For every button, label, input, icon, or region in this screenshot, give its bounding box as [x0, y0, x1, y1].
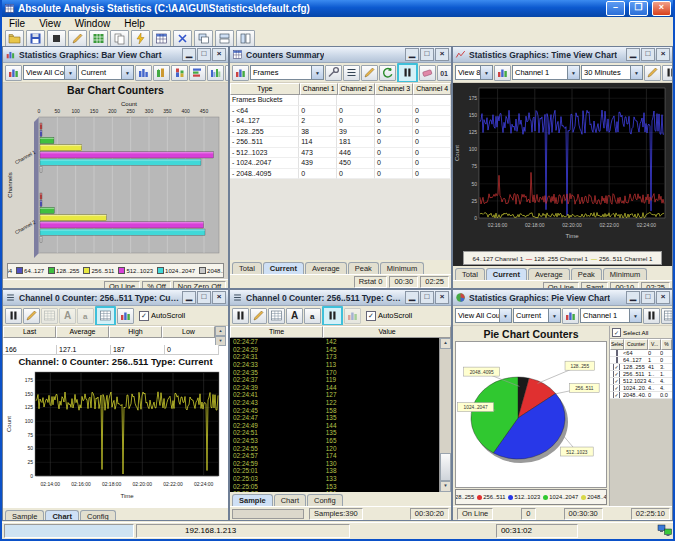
maximize-button[interactable]: □ — [641, 291, 655, 304]
pie-table-row[interactable]: ✓256..5111..1. — [610, 371, 672, 378]
column-header-time[interactable]: Time — [230, 326, 323, 338]
tile-vertical-button[interactable] — [236, 30, 255, 47]
row-checkbox[interactable]: ✓ — [610, 378, 623, 384]
tools-button[interactable] — [325, 65, 342, 81]
column-header-channel-2[interactable]: Channel 2 — [338, 83, 376, 95]
checkbox-checked-icon[interactable]: ✓ — [612, 328, 621, 337]
scroll-track[interactable] — [440, 349, 451, 481]
pencil-button[interactable] — [644, 65, 661, 81]
sample-row[interactable]: 02:24:31173 — [230, 353, 451, 361]
summary-table-row[interactable]: - 128..255383900 — [230, 127, 451, 138]
pause-button[interactable] — [5, 308, 22, 324]
checkbox-checked-icon[interactable]: ✓ — [613, 364, 619, 370]
tab-peak[interactable]: Peak — [348, 262, 379, 274]
close-button[interactable]: × — [656, 291, 670, 304]
stats-scrollbar[interactable]: ▲▼ — [215, 326, 226, 345]
bar-grouped-button[interactable] — [207, 65, 224, 81]
column-header-channel-4[interactable]: Channel 4 — [413, 83, 451, 95]
sample-row[interactable]: 02:24:45158 — [230, 406, 451, 414]
row-checkbox[interactable] — [610, 350, 623, 356]
copy-button[interactable] — [110, 30, 129, 47]
pie-table-row[interactable]: ✓1024..20.4..4. — [610, 385, 672, 392]
app-titlebar[interactable]: Absolute Analysis Statistics (C:\AA\GUI\… — [2, 0, 673, 17]
close-button[interactable]: × — [652, 1, 671, 16]
bar-3d-button[interactable] — [153, 65, 170, 81]
chevron-down-icon[interactable]: ▼ — [630, 66, 642, 79]
grid-button[interactable] — [661, 308, 672, 324]
menu-help[interactable]: Help — [117, 17, 152, 30]
bar-vertical-button[interactable] — [135, 65, 152, 81]
green-grid-button[interactable] — [89, 30, 108, 47]
sample-row[interactable]: 02:25:03133 — [230, 475, 451, 483]
pencil-button[interactable] — [361, 65, 378, 81]
pie-table-row[interactable]: ✓512.10234..4. — [610, 378, 672, 385]
save-button[interactable] — [26, 30, 45, 47]
pause-button[interactable] — [643, 308, 660, 324]
sample-row[interactable]: 02:24:29145 — [230, 346, 451, 354]
autoscroll-checkbox[interactable]: ✓AutoScroll — [139, 311, 185, 321]
autoscroll-checkbox[interactable]: ✓AutoScroll — [366, 311, 412, 321]
sample-row[interactable]: 02:24:43122 — [230, 399, 451, 407]
checkbox-checked-icon[interactable]: ✓ — [366, 311, 376, 321]
pie-window-titlebar[interactable]: Statistics Graphics: Pie View Chart ▁□× — [453, 290, 672, 306]
tab-config[interactable]: Config — [80, 510, 116, 521]
chevron-down-icon[interactable]: ▼ — [311, 66, 323, 79]
minimize-button[interactable]: ▁ — [182, 291, 196, 304]
tab-current[interactable]: Current — [263, 262, 304, 274]
view-all-cou-combobox[interactable]: View All Cou...▼ — [23, 65, 77, 80]
chevron-down-icon[interactable]: ▼ — [548, 309, 560, 322]
font-up-button[interactable]: A — [59, 308, 76, 324]
view-all-coun-combobox[interactable]: View All Coun...▼ — [455, 308, 512, 323]
row-checkbox[interactable]: ✓ — [610, 385, 623, 391]
tile-horizontal-button[interactable] — [215, 30, 234, 47]
bar-area-button[interactable] — [225, 65, 228, 81]
pencil-button[interactable] — [68, 30, 87, 47]
scroll-thumb[interactable] — [440, 453, 451, 481]
cascade-button[interactable] — [194, 30, 213, 47]
tab-peak[interactable]: Peak — [571, 268, 602, 280]
blue-table-button[interactable] — [152, 30, 171, 47]
font-down-button[interactable]: a — [77, 308, 94, 324]
pause-button[interactable] — [322, 306, 343, 326]
checkbox-checked-icon[interactable]: ✓ — [613, 392, 619, 398]
maximize-button[interactable]: □ — [641, 48, 655, 61]
sample-row[interactable]: 02:24:51135 — [230, 429, 451, 437]
maximize-button[interactable]: □ — [197, 48, 211, 61]
bar-chart-button[interactable] — [117, 308, 134, 324]
sample-row[interactable]: 02:24:27142 — [230, 338, 451, 346]
minimize-button[interactable]: ▁ — [405, 48, 419, 61]
close-button[interactable]: × — [212, 291, 226, 304]
summary-table-row[interactable]: - <640000 — [230, 106, 451, 117]
view-8-combobox[interactable]: View 8▼ — [455, 65, 493, 80]
chevron-down-icon[interactable]: ▼ — [567, 66, 579, 79]
font-down-button[interactable]: a — [304, 308, 321, 324]
stop-button[interactable] — [47, 30, 66, 47]
minimize-button[interactable]: ▁ — [626, 291, 640, 304]
minimize-button[interactable]: ▁ — [626, 48, 640, 61]
chevron-down-icon[interactable]: ▼ — [121, 66, 133, 79]
tab-sample[interactable]: Sample — [232, 494, 273, 506]
column-header-[interactable]: % — [661, 339, 672, 350]
scroll-up-icon[interactable]: ▲ — [215, 326, 226, 336]
bar-window-titlebar[interactable]: Statistics Graphics: Bar View Chart ▁□× — [3, 47, 228, 63]
chevron-down-icon[interactable]: ▼ — [64, 66, 76, 79]
current-combobox[interactable]: Current▼ — [513, 308, 561, 323]
pencil-button[interactable] — [250, 308, 267, 324]
maximize-button[interactable]: ❐ — [629, 1, 648, 16]
list-button[interactable] — [343, 65, 360, 81]
stats-column-high[interactable]: High — [109, 326, 162, 338]
chevron-down-icon[interactable]: ▼ — [499, 309, 511, 322]
menu-window[interactable]: Window — [68, 17, 118, 30]
summary-window-titlebar[interactable]: Counters Summary ▁□× — [230, 47, 451, 63]
frames-combobox[interactable]: Frames▼ — [250, 65, 324, 80]
tab-total[interactable]: Total — [232, 262, 262, 274]
tab-config[interactable]: Config — [307, 494, 343, 506]
summary-table-row[interactable]: - 512..102347344600 — [230, 148, 451, 159]
column-header-type[interactable]: Type — [230, 83, 300, 95]
column-header-counter[interactable]: Counter — [624, 339, 649, 350]
sample-row[interactable]: 02:24:41127 — [230, 391, 451, 399]
pencil-button[interactable] — [23, 308, 40, 324]
network-status-icon[interactable] — [657, 524, 673, 539]
tab-minimum[interactable]: Minimum — [380, 262, 424, 274]
sample-row[interactable]: 02:24:39144 — [230, 384, 451, 392]
